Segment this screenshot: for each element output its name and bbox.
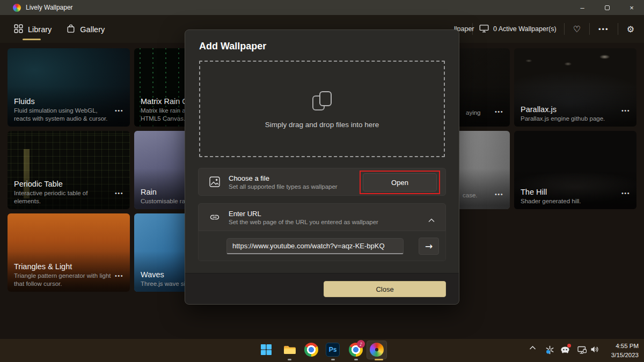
tile-description: Fluid simulation using WebGL, reacts wit… (14, 107, 112, 123)
tile-menu-button[interactable]: ••• (621, 107, 630, 114)
tile-title: Triangles & Light (14, 262, 112, 271)
lively-wallpaper-window: Lively Wallpaper – × Library Gallery (0, 0, 644, 362)
tile-description: Shader generated hill. (521, 197, 618, 205)
dialog-footer: Close (185, 273, 459, 304)
file-explorer-icon[interactable] (282, 342, 297, 357)
tile-title: Parallax.js (521, 105, 618, 114)
chevron-up-icon[interactable] (428, 215, 435, 225)
active-running-indicator (375, 359, 383, 360)
chrome-app-badge-icon[interactable]: ♪ (348, 342, 363, 357)
enter-url-row[interactable]: Enter URL Set the web page of the URL yo… (198, 203, 446, 231)
discord-icon[interactable] (560, 345, 570, 354)
nav-right: 0 Active Wallpaper(s) ♡ ••• ⚙ (472, 15, 644, 43)
taskbar-clock[interactable]: 4:55 PM 3/15/2023 (611, 342, 639, 359)
app-logo-icon (13, 4, 21, 12)
wallpaper-tile-fluids[interactable]: Fluids Fluid simulation using WebGL, rea… (8, 48, 130, 127)
tile-title: The Hill (521, 188, 618, 196)
tile-menu-button[interactable]: ••• (115, 107, 123, 114)
running-indicator (288, 359, 291, 360)
minimize-button[interactable]: – (570, 0, 595, 15)
tile-menu-button[interactable]: ••• (115, 190, 123, 196)
clock-time: 4:55 PM (611, 342, 639, 351)
library-grid-icon (14, 24, 23, 35)
divider (564, 23, 565, 35)
tile-title: Fluids (14, 97, 112, 106)
tile-description-partial: aying (466, 109, 481, 116)
app-badge: ♪ (357, 340, 365, 348)
monitor-icon (479, 24, 489, 34)
tab-library[interactable]: Library (9, 21, 57, 38)
maximize-icon (605, 5, 610, 10)
submit-url-arrow-button[interactable]: → (419, 238, 439, 255)
active-wallpapers-status[interactable]: 0 Active Wallpaper(s) (479, 24, 557, 34)
favorites-heart-icon[interactable]: ♡ (573, 24, 581, 34)
tile-menu-button[interactable]: ••• (115, 272, 123, 279)
close-window-button[interactable]: × (619, 0, 644, 15)
tile-menu-button[interactable]: ••• (495, 191, 503, 197)
choose-file-row: Choose a file Set all supported file typ… (198, 168, 446, 196)
wallpaper-tile-parallax[interactable]: Parallax.js Parallax.js engine github pa… (514, 48, 636, 127)
enter-url-title: Enter URL (229, 210, 378, 218)
titlebar: Lively Wallpaper – × (0, 0, 644, 15)
tile-description: Parallax.js engine github page. (521, 115, 618, 123)
divider (589, 23, 590, 35)
window-controls: – × (570, 0, 644, 15)
active-wallpapers-label: 0 Active Wallpaper(s) (493, 25, 557, 33)
files-copy-icon (311, 90, 333, 112)
url-input[interactable] (226, 238, 404, 254)
app-title: Lively Wallpaper (26, 4, 73, 11)
tile-menu-button[interactable]: ••• (621, 190, 630, 196)
add-wallpaper-dialog: Add Wallpaper Simply drag and drop files… (185, 29, 459, 305)
active-tab-indicator (23, 39, 41, 40)
gallery-bag-icon (67, 24, 75, 35)
tray-burst-icon[interactable] (545, 345, 554, 354)
photoshop-icon[interactable]: Ps (325, 342, 340, 357)
notification-dot (567, 344, 571, 348)
running-indicator (354, 359, 358, 360)
choose-file-title: Choose a file (229, 174, 338, 182)
maximize-button[interactable] (595, 0, 619, 15)
dialog-title: Add Wallpaper (199, 41, 266, 52)
lively-wallpaper-taskbar-icon[interactable] (369, 342, 384, 357)
choose-file-subtitle: Set all supported file types as wallpape… (229, 183, 338, 190)
more-options-button[interactable]: ••• (598, 25, 609, 33)
clock-date: 3/15/2023 (611, 351, 639, 360)
tab-gallery[interactable]: Gallery (61, 21, 110, 38)
drag-drop-zone[interactable]: Simply drag and drop files into here (199, 61, 445, 157)
enter-url-subtitle: Set the web page of the URL you entered … (229, 219, 378, 225)
start-button[interactable] (259, 342, 274, 357)
tile-description: Triangle pattern generator with light th… (14, 272, 112, 288)
wallpaper-tile-the-hill[interactable]: The Hill Shader generated hill. ••• (514, 131, 636, 209)
chrome-icon[interactable] (304, 342, 319, 357)
settings-gear-icon[interactable]: ⚙ (627, 24, 634, 34)
url-expander-content: → (198, 231, 446, 261)
open-button[interactable]: Open (363, 173, 437, 191)
volume-speaker-icon[interactable] (590, 345, 599, 353)
cast-display-icon[interactable] (577, 345, 587, 354)
tab-gallery-label: Gallery (80, 25, 105, 34)
close-dialog-button[interactable]: Close (324, 281, 446, 297)
divider (618, 23, 618, 35)
tile-menu-button[interactable]: ••• (495, 108, 503, 115)
tile-description-partial: case. (463, 192, 478, 198)
wallpaper-tile-triangles-light[interactable]: Triangles & Light Triangle pattern gener… (8, 213, 130, 292)
tray-chevron-icon[interactable] (529, 345, 536, 350)
running-indicator (331, 359, 335, 360)
tab-library-label: Library (28, 25, 52, 34)
dropzone-hint: Simply drag and drop files into here (265, 121, 379, 129)
link-icon (208, 211, 221, 224)
tile-title: Periodic Table (14, 180, 112, 188)
wallpaper-tile-periodic-table[interactable]: Periodic Table Interactive periodic tabl… (8, 131, 130, 209)
image-icon (208, 176, 221, 188)
nav-tabs: Library Gallery (9, 21, 110, 38)
tile-description: Interactive periodic table of elements. (14, 189, 112, 205)
